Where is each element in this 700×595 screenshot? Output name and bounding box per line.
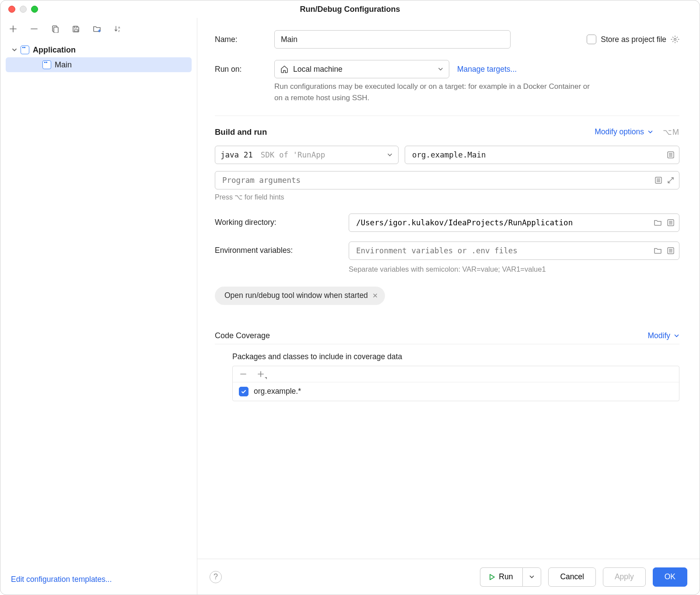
folder-icon[interactable] [654, 219, 662, 227]
run-dropdown-button[interactable] [522, 567, 541, 587]
home-icon [280, 65, 289, 74]
chip-label: Open run/debug tool window when started [224, 291, 368, 300]
apply-button[interactable]: Apply [603, 567, 646, 587]
chevron-down-icon [529, 574, 535, 580]
chip-remove-icon[interactable] [372, 293, 378, 298]
tree-node-label: Main [55, 60, 72, 70]
manage-targets-link[interactable]: Manage targets... [457, 65, 517, 74]
chevron-down-icon [387, 152, 393, 158]
add-config-button[interactable] [8, 24, 18, 34]
coverage-toolbar [233, 366, 679, 382]
open-tool-window-chip[interactable]: Open run/debug tool window when started [215, 287, 385, 305]
chevron-down-icon [674, 333, 679, 339]
program-args-input[interactable] [221, 175, 650, 185]
remove-config-button[interactable] [29, 24, 39, 34]
application-icon [42, 60, 51, 69]
coverage-item-label: org.example.* [254, 387, 301, 396]
coverage-add-button[interactable] [257, 371, 264, 378]
new-folder-button[interactable] [92, 24, 102, 34]
help-button[interactable]: ? [210, 571, 222, 583]
args-hint: Press ⌥ for field hints [215, 193, 679, 201]
working-dir-input[interactable] [355, 218, 649, 228]
close-window-button[interactable] [8, 6, 15, 13]
list-icon[interactable] [667, 247, 675, 255]
main-panel: Name: Store as project file Run on: [197, 18, 700, 595]
svg-rect-1 [54, 27, 58, 33]
program-args-field[interactable] [215, 171, 679, 189]
build-and-run-title: Build and run [215, 127, 267, 137]
env-vars-input[interactable] [355, 246, 649, 256]
env-vars-hint: Separate variables with semicolon: VAR=v… [349, 265, 679, 273]
modify-options-link[interactable]: Modify options [595, 127, 644, 136]
tree-node-label: Application [33, 46, 76, 55]
run-button-label: Run [499, 572, 513, 581]
config-tree: Application Main [0, 40, 197, 566]
play-icon [488, 574, 495, 581]
coverage-item[interactable]: org.example.* [233, 382, 679, 401]
folder-icon[interactable] [654, 247, 662, 255]
chevron-down-icon [648, 129, 653, 135]
sidebar-footer: Edit configuration templates... [0, 566, 197, 595]
code-coverage-title: Code Coverage [215, 331, 270, 340]
minimize-window-button[interactable] [20, 6, 27, 13]
list-icon[interactable] [667, 219, 675, 227]
chevron-down-icon [12, 47, 17, 52]
traffic-lights [8, 6, 38, 13]
coverage-subtitle: Packages and classes to include in cover… [232, 352, 679, 361]
run-on-label: Run on: [215, 65, 266, 74]
edit-templates-link[interactable]: Edit configuration templates... [11, 575, 112, 584]
chevron-down-icon [438, 66, 444, 72]
titlebar: Run/Debug Configurations [0, 0, 700, 18]
list-icon[interactable] [667, 151, 675, 159]
coverage-item-checkbox[interactable] [239, 387, 248, 396]
tree-node-application[interactable]: Application [0, 42, 197, 57]
application-icon [21, 46, 29, 54]
ok-button[interactable]: OK [653, 567, 687, 587]
name-input[interactable] [274, 30, 511, 49]
window-title: Run/Debug Configurations [0, 5, 700, 14]
run-on-hint: Run configurations may be executed local… [274, 81, 598, 104]
run-button[interactable]: Run [480, 567, 522, 587]
sidebar: az Application Main Edit configuration t… [0, 18, 197, 595]
run-on-value: Local machine [293, 65, 343, 74]
coverage-table: org.example.* [232, 366, 679, 401]
env-vars-label: Environment variables: [215, 246, 341, 255]
jdk-desc: SDK of 'RunApp [261, 150, 326, 159]
name-label: Name: [215, 35, 266, 44]
working-dir-field[interactable] [349, 214, 679, 232]
modify-options-shortcut: ⌥M [663, 127, 679, 137]
main-class-input[interactable] [411, 150, 662, 160]
working-dir-label: Working directory: [215, 218, 341, 227]
store-as-project-file-label: Store as project file [601, 35, 666, 44]
copy-config-button[interactable] [50, 24, 60, 34]
cancel-button[interactable]: Cancel [548, 567, 595, 587]
expand-icon[interactable] [667, 176, 675, 184]
run-on-select[interactable]: Local machine [274, 60, 449, 78]
store-as-project-file-checkbox[interactable] [587, 35, 596, 44]
main-class-field[interactable] [405, 146, 679, 164]
svg-rect-2 [74, 30, 78, 32]
coverage-modify-link[interactable]: Modify [648, 331, 670, 340]
svg-text:z: z [118, 29, 120, 33]
tree-node-main[interactable]: Main [6, 57, 192, 72]
coverage-remove-button[interactable] [240, 371, 247, 378]
svg-rect-3 [74, 26, 77, 28]
run-debug-config-window: Run/Debug Configurations [0, 0, 700, 595]
zoom-window-button[interactable] [31, 6, 38, 13]
jdk-select[interactable]: java 21 SDK of 'RunApp [215, 146, 399, 164]
sort-button[interactable]: az [113, 24, 123, 34]
sidebar-toolbar: az [0, 18, 197, 40]
env-vars-field[interactable] [349, 242, 679, 260]
list-icon[interactable] [654, 176, 662, 184]
gear-icon[interactable] [671, 35, 679, 44]
dialog-footer: ? Run Cancel Apply OK [197, 559, 700, 595]
svg-point-6 [674, 38, 676, 41]
save-config-button[interactable] [71, 24, 81, 34]
jdk-name: java 21 [220, 150, 253, 159]
